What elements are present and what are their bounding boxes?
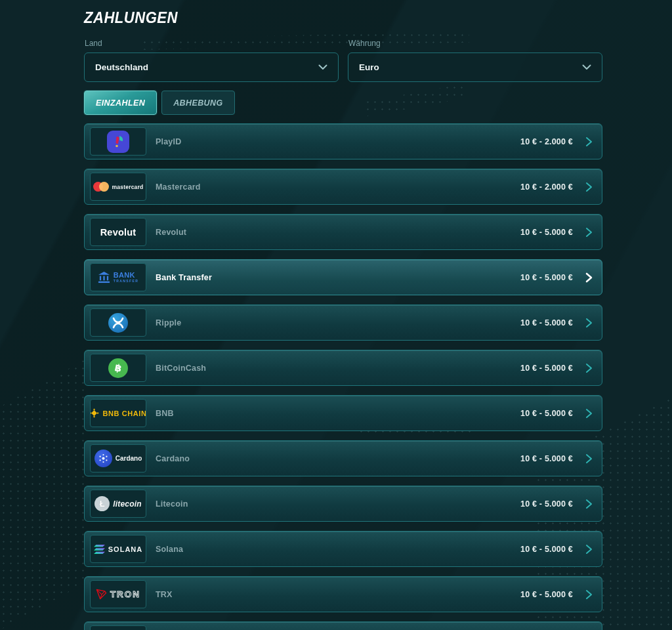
- bank-icon: [98, 271, 110, 284]
- chevron-right-icon: [585, 363, 593, 373]
- chevron-right-icon: [585, 453, 593, 464]
- payment-method-name: Revolut: [156, 228, 186, 237]
- tron-icon: [96, 589, 107, 600]
- payment-limit-range: 10 € - 5.000 €: [520, 454, 573, 463]
- payment-row-bnb[interactable]: BNB CHAIN BNB 10 € - 5.000 €: [84, 395, 602, 431]
- cardano-icon: [94, 450, 112, 467]
- payment-method-name: BitCoinCash: [156, 364, 206, 373]
- filters-row: Land Deutschland Währung Euro: [84, 39, 602, 82]
- chevron-down-icon: [582, 64, 591, 70]
- payment-limit-range: 10 € - 5.000 €: [520, 499, 573, 509]
- payment-method-list: PlayID 10 € - 2.000 € mastercard Masterc…: [84, 123, 602, 630]
- chevron-right-icon: [585, 589, 593, 600]
- litecoin-icon: Ł: [94, 496, 110, 511]
- bank-transfer-logo-box: BANK TRANSFER: [90, 263, 146, 291]
- currency-select[interactable]: Euro: [348, 52, 602, 82]
- payment-row-mastercard[interactable]: mastercard Mastercard 10 € - 2.000 €: [84, 169, 602, 205]
- payment-limit-range: 10 € - 5.000 €: [520, 409, 573, 418]
- bank-transfer-wordmark: BANK TRANSFER: [114, 272, 138, 283]
- payment-limit-range: 10 € - 2.000 €: [520, 137, 573, 146]
- payment-row-solana[interactable]: SOLANA Solana 10 € - 5.000 €: [84, 531, 602, 567]
- payments-page: ZAHLUNGEN Land Deutschland Währung Euro …: [0, 0, 602, 630]
- payment-row-litecoin[interactable]: Ł litecoin Litecoin 10 € - 5.000 €: [84, 486, 602, 522]
- tab-withdraw[interactable]: ABHEBUNG: [161, 91, 234, 115]
- country-label: Land: [85, 39, 339, 48]
- revolut-logo-box: Revolut: [90, 218, 146, 246]
- chevron-right-icon: [585, 227, 593, 238]
- payment-limit-range: 10 € - 5.000 €: [520, 545, 573, 554]
- payment-limit-range: 10 € - 5.000 €: [520, 228, 573, 237]
- chevron-down-icon: [318, 64, 327, 70]
- currency-field: Währung Euro: [348, 39, 602, 82]
- payment-row-bank-transfer[interactable]: BANK TRANSFER Bank Transfer 10 € - 5.000…: [84, 259, 602, 295]
- solana-wordmark: SOLANA: [108, 545, 142, 553]
- page-title: ZAHLUNGEN: [84, 9, 581, 27]
- payment-logo-box: [90, 625, 146, 630]
- payment-row-partial[interactable]: [84, 621, 602, 630]
- payment-method-name: Mastercard: [156, 182, 201, 192]
- payment-limit-range: 10 € - 5.000 €: [520, 364, 573, 373]
- country-field: Land Deutschland: [84, 39, 339, 82]
- deposit-withdraw-tabs: EINZAHLEN ABHEBUNG: [84, 91, 602, 115]
- litecoin-wordmark: litecoin: [113, 499, 142, 509]
- solana-icon: [94, 545, 105, 554]
- payment-limit-range: 10 € - 5.000 €: [520, 318, 573, 327]
- payment-row-ripple[interactable]: Ripple 10 € - 5.000 €: [84, 304, 602, 341]
- chevron-right-icon: [585, 544, 593, 555]
- playid-icon: [107, 131, 129, 153]
- revolut-wordmark: Revolut: [100, 227, 136, 238]
- chevron-right-icon: [585, 408, 593, 419]
- mastercard-icon: [93, 182, 109, 192]
- country-select[interactable]: Deutschland: [84, 52, 339, 82]
- ripple-logo-box: [90, 308, 146, 337]
- payment-limit-range: 10 € - 2.000 €: [520, 182, 573, 192]
- payment-method-name: PlayID: [156, 137, 181, 146]
- bnb-icon: [90, 408, 99, 418]
- chevron-right-icon: [585, 136, 593, 147]
- payment-row-playid[interactable]: PlayID 10 € - 2.000 €: [84, 123, 602, 159]
- payment-limit-range: 10 € - 5.000 €: [520, 590, 573, 599]
- payment-limit-range: 10 € - 5.000 €: [520, 273, 573, 282]
- tron-wordmark: TRON: [110, 589, 140, 599]
- chevron-right-icon: [585, 318, 593, 328]
- currency-select-value: Euro: [359, 62, 379, 72]
- payment-method-name: Cardano: [156, 454, 190, 463]
- payment-method-name: Ripple: [156, 318, 181, 327]
- cardano-wordmark: Cardano: [116, 455, 142, 462]
- tron-logo-box: TRON: [90, 580, 146, 608]
- bitcoincash-icon: ฿: [108, 358, 128, 378]
- chevron-right-icon: [585, 182, 593, 192]
- chevron-right-icon: [585, 272, 593, 283]
- tab-deposit[interactable]: EINZAHLEN: [84, 91, 157, 115]
- playid-logo-box: [90, 127, 146, 156]
- mastercard-logo-box: mastercard: [90, 173, 146, 201]
- payment-method-name: TRX: [156, 590, 173, 599]
- payment-row-trx[interactable]: TRON TRX 10 € - 5.000 €: [84, 576, 602, 612]
- mastercard-wordmark: mastercard: [112, 184, 144, 190]
- chevron-right-icon: [585, 499, 593, 509]
- payment-row-cardano[interactable]: Cardano Cardano 10 € - 5.000 €: [84, 440, 602, 476]
- litecoin-logo-box: Ł litecoin: [90, 490, 146, 518]
- cardano-logo-box: Cardano: [90, 444, 146, 472]
- payment-row-bitcoincash[interactable]: ฿ BitCoinCash 10 € - 5.000 €: [84, 350, 602, 386]
- solana-logo-box: SOLANA: [90, 535, 146, 563]
- payment-method-name: Litecoin: [156, 499, 188, 509]
- bnb-chain-logo-box: BNB CHAIN: [90, 399, 146, 427]
- payment-row-revolut[interactable]: Revolut Revolut 10 € - 5.000 €: [84, 214, 602, 250]
- bitcoincash-logo-box: ฿: [90, 354, 146, 382]
- payment-method-name: BNB: [156, 409, 174, 418]
- country-select-value: Deutschland: [95, 62, 148, 72]
- payment-method-name: Solana: [156, 545, 183, 554]
- currency-label: Währung: [348, 39, 602, 48]
- ripple-icon: [108, 313, 128, 333]
- bnb-chain-wordmark: BNB CHAIN: [102, 410, 146, 417]
- payment-method-name: Bank Transfer: [156, 273, 212, 282]
